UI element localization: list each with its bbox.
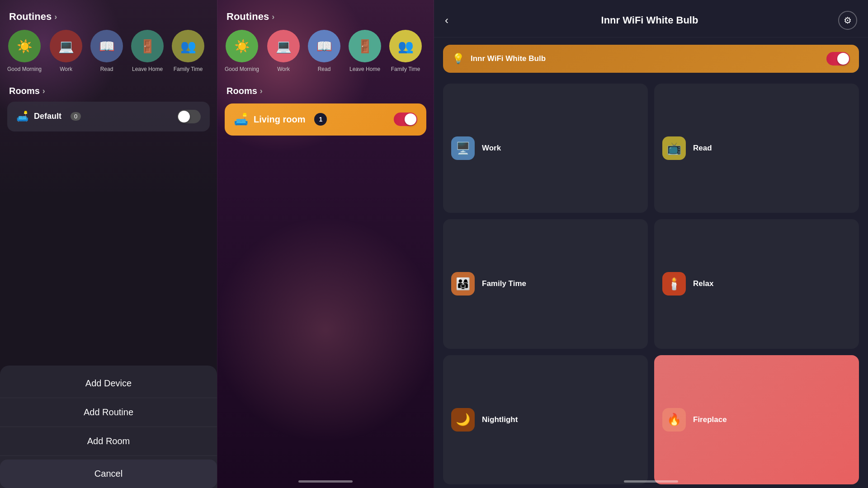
routines-chevron-icon[interactable]: › (54, 12, 57, 22)
panel-left: Routines › ☀️ Good Morning 💻 Work 📖 Read… (0, 0, 217, 488)
settings-button[interactable]: ⚙ (838, 11, 857, 30)
p2-routine-work[interactable]: 💻 Work (267, 30, 300, 73)
routine-leave-home[interactable]: 🚪 Leave Home (131, 30, 164, 73)
scene-family-card[interactable]: 👨‍👩‍👧 Family Time (443, 219, 648, 348)
scene-read-icon-box: 📺 (662, 136, 686, 160)
routine-label-family-time: Family Time (174, 66, 203, 73)
room-icon: 🛋️ (16, 111, 28, 122)
routines-header-p2: Routines › (217, 0, 434, 30)
scene-work-icon-box: 🖥️ (451, 136, 475, 160)
routine-read[interactable]: 📖 Read (90, 30, 123, 73)
p2-routine-leave-home[interactable]: 🚪 Leave Home (349, 30, 381, 73)
scene-family-label: Family Time (482, 279, 526, 288)
routine-label-read: Read (100, 66, 113, 73)
device-toggle[interactable] (826, 52, 850, 66)
scene-fireplace-label: Fireplace (693, 415, 727, 424)
routine-work[interactable]: 💻 Work (50, 30, 82, 73)
p3-bottom-indicator (624, 480, 678, 483)
p2-routine-family-time[interactable]: 👥 Family Time (389, 30, 422, 73)
routines-chevron-p2-icon[interactable]: › (272, 12, 274, 22)
lr-toggle-knob (405, 113, 416, 125)
rooms-title-p2: Rooms (226, 86, 257, 96)
scene-relax-icon-box: 🕯️ (662, 272, 686, 296)
panel-right: ‹ Innr WiFi White Bulb ⚙ 💡 Innr WiFi Whi… (434, 0, 868, 488)
p3-header: ‹ Innr WiFi White Bulb ⚙ (434, 0, 868, 38)
p2-routine-icon-good-morning: ☀️ (226, 30, 258, 62)
scene-nightlight-label: Nightlight (482, 415, 518, 424)
rooms-chevron-icon[interactable]: › (42, 86, 45, 96)
device-name: Innr WiFi White Bulb (471, 54, 820, 63)
p2-routine-label-good-morning: Good Morning (225, 66, 259, 73)
scene-nightlight-icon-box: 🌙 (451, 408, 475, 432)
p2-routine-icon-read: 📖 (308, 30, 340, 62)
device-toggle-knob (837, 53, 849, 65)
scene-work-label: Work (482, 144, 501, 153)
p2-routine-label-leave-home: Leave Home (349, 66, 380, 73)
settings-icon: ⚙ (844, 15, 852, 26)
routines-title-p2: Routines (226, 11, 269, 23)
lr-toggle[interactable] (394, 113, 417, 126)
default-room-card[interactable]: 🛋️ Default 0 (7, 102, 210, 131)
routine-icon-family-time: 👥 (172, 30, 204, 62)
room-name: Default (34, 112, 61, 121)
scene-fireplace-icon-box: 🔥 (662, 408, 686, 432)
add-routine-button[interactable]: Add Routine (0, 398, 217, 427)
scene-relax-card[interactable]: 🕯️ Relax (654, 219, 859, 348)
living-room-card[interactable]: 🛋️ Living room 1 (225, 103, 426, 136)
scene-nightlight-card[interactable]: 🌙 Nightlight (443, 355, 648, 484)
add-room-button[interactable]: Add Room (0, 427, 217, 456)
add-device-button[interactable]: Add Device (0, 369, 217, 398)
scene-read-label: Read (693, 144, 712, 153)
lr-name: Living room (254, 114, 305, 125)
scene-family-icon-box: 👨‍👩‍👧 (451, 272, 475, 296)
p2-routine-icon-family-time: 👥 (389, 30, 422, 62)
room-info: 🛋️ Default 0 (16, 111, 81, 122)
rooms-header-left: Rooms › (0, 82, 217, 102)
routine-family-time[interactable]: 👥 Family Time (172, 30, 204, 73)
p2-routine-icon-work: 💻 (267, 30, 300, 62)
room-badge: 0 (71, 112, 81, 121)
p2-bottom-indicator (298, 480, 353, 483)
scene-relax-label: Relax (693, 279, 713, 288)
toggle-knob (178, 111, 190, 122)
routines-row-left: ☀️ Good Morning 💻 Work 📖 Read 🚪 Leave Ho… (0, 30, 217, 82)
cancel-button[interactable]: Cancel (0, 460, 217, 488)
panel2-glow (217, 217, 434, 443)
scene-grid: 🖥️ Work 📺 Read 👨‍👩‍👧 Family Time 🕯️ Rela… (434, 80, 868, 488)
p2-routine-label-read: Read (318, 66, 331, 73)
back-button[interactable]: ‹ (445, 14, 461, 27)
p2-routine-good-morning[interactable]: ☀️ Good Morning (225, 30, 259, 73)
routines-header: Routines › (0, 0, 217, 30)
p2-routine-read[interactable]: 📖 Read (308, 30, 340, 73)
room-toggle[interactable] (177, 110, 201, 123)
routine-label-good-morning: Good Morning (7, 66, 42, 73)
routine-icon-read: 📖 (90, 30, 123, 62)
routine-icon-good-morning: ☀️ (8, 30, 41, 62)
p3-title: Innr WiFi White Bulb (461, 14, 838, 26)
lr-info: 🛋️ Living room 1 (234, 113, 327, 127)
p2-routine-label-family-time: Family Time (391, 66, 420, 73)
routine-good-morning[interactable]: ☀️ Good Morning (7, 30, 42, 73)
rooms-chevron-p2-icon[interactable]: › (260, 86, 263, 96)
scene-work-card[interactable]: 🖥️ Work (443, 84, 648, 213)
p2-routine-label-work: Work (277, 66, 290, 73)
rooms-header-p2: Rooms › (217, 82, 434, 102)
routines-title: Routines (9, 11, 52, 23)
lr-badge: 1 (314, 113, 327, 126)
panel-middle: Routines › ☀️ Good Morning 💻 Work 📖 Read… (217, 0, 434, 488)
scene-read-card[interactable]: 📺 Read (654, 84, 859, 213)
p2-routine-icon-leave-home: 🚪 (349, 30, 381, 62)
scene-fireplace-card[interactable]: 🔥 Fireplace (654, 355, 859, 484)
bottom-menu: Add Device Add Routine Add Room Cancel (0, 366, 217, 488)
device-row[interactable]: 💡 Innr WiFi White Bulb (443, 45, 859, 73)
routine-icon-leave-home: 🚪 (131, 30, 164, 62)
routine-label-leave-home: Leave Home (132, 66, 163, 73)
bulb-icon: 💡 (452, 53, 464, 65)
rooms-title-left: Rooms (9, 86, 40, 96)
routine-label-work: Work (60, 66, 72, 73)
lr-icon: 🛋️ (234, 113, 248, 127)
routine-icon-work: 💻 (50, 30, 82, 62)
routines-row-p2: ☀️ Good Morning 💻 Work 📖 Read 🚪 Leave Ho… (217, 30, 434, 82)
